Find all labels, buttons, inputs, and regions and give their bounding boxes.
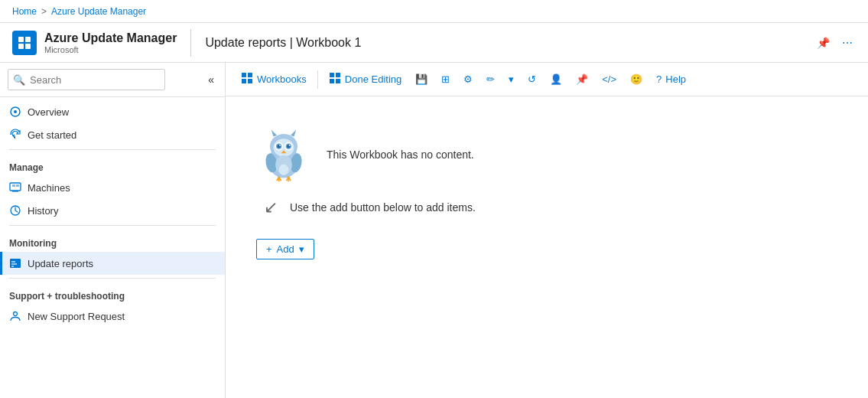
update-reports-icon — [9, 257, 21, 269]
svg-rect-22 — [330, 79, 334, 83]
app-icon — [12, 31, 37, 55]
search-input[interactable] — [8, 69, 165, 90]
owl-illustration — [256, 127, 311, 182]
history-label: History — [28, 205, 58, 217]
svg-point-32 — [279, 145, 281, 146]
sidebar-item-update-reports[interactable]: Update reports — [0, 252, 225, 275]
content-area: Workbooks Done Editing 💾 ⊞ — [226, 63, 868, 398]
svg-point-36 — [289, 145, 291, 146]
monitoring-divider — [9, 225, 216, 226]
header-divider — [190, 29, 191, 57]
collapse-button[interactable]: « — [205, 72, 217, 87]
support-section: Support + troubleshooting — [0, 282, 225, 305]
workbooks-icon — [241, 72, 253, 86]
svg-rect-7 — [12, 184, 15, 187]
help-label: Help — [665, 73, 686, 85]
manage-divider — [9, 149, 216, 150]
dropdown-button[interactable]: ▾ — [502, 70, 520, 89]
clone-icon: ⊞ — [441, 73, 450, 85]
sidebar-item-new-support[interactable]: New Support Request — [0, 305, 225, 328]
search-wrapper: 🔍 — [8, 69, 200, 90]
pin-button[interactable]: 📌 — [814, 34, 833, 52]
empty-heading: This Workbook has no content. — [327, 148, 474, 161]
pin-toolbar-button[interactable]: 📌 — [570, 70, 594, 89]
code-button[interactable]: </> — [596, 70, 623, 89]
app-sub: Microsoft — [44, 45, 177, 54]
overview-icon — [9, 106, 21, 118]
main-layout: 🔍 « Overview — [0, 63, 868, 398]
app-name: Azure Update Manager — [44, 31, 177, 45]
svg-marker-27 — [291, 130, 296, 137]
svg-rect-18 — [242, 79, 246, 83]
svg-point-5 — [14, 110, 17, 113]
svg-rect-6 — [10, 183, 21, 191]
sidebar-item-machines[interactable]: Machines — [0, 176, 225, 199]
emoji-button[interactable]: 🙂 — [624, 70, 649, 89]
share-icon: 👤 — [550, 73, 562, 85]
svg-rect-17 — [248, 73, 252, 77]
svg-rect-8 — [16, 184, 19, 187]
done-editing-button[interactable]: Done Editing — [323, 68, 408, 90]
header-titles: Azure Update Manager Microsoft — [44, 31, 177, 54]
refresh-icon: ↺ — [528, 73, 536, 85]
svg-rect-16 — [242, 73, 246, 77]
add-button[interactable]: + Add ▾ — [256, 239, 314, 259]
toolbar-sep-1 — [317, 70, 318, 89]
svg-rect-20 — [330, 73, 334, 77]
new-support-label: New Support Request — [28, 311, 125, 322]
breadcrumb-service[interactable]: Azure Update Manager — [51, 6, 146, 17]
breadcrumb-sep: > — [41, 6, 47, 17]
done-editing-icon — [329, 72, 341, 86]
get-started-label: Get started — [28, 129, 76, 141]
empty-subtext: Use the add button below to add items. — [290, 201, 476, 214]
header-actions: 📌 ⋯ — [814, 34, 856, 52]
save-button[interactable]: 💾 — [409, 70, 434, 89]
help-icon: ? — [656, 73, 662, 85]
workbooks-button[interactable]: Workbooks — [235, 68, 313, 90]
settings-icon: ⚙ — [463, 73, 473, 85]
add-plus-icon: + — [266, 243, 272, 255]
sidebar-item-get-started[interactable]: Get started — [0, 123, 225, 146]
machines-label: Machines — [28, 182, 70, 194]
svg-point-15 — [14, 312, 18, 316]
breadcrumb: Home > Azure Update Manager — [0, 0, 868, 23]
breadcrumb-home[interactable]: Home — [12, 6, 37, 17]
svg-rect-21 — [336, 73, 340, 77]
help-button[interactable]: ? Help — [650, 70, 692, 89]
support-divider — [9, 278, 216, 279]
code-icon: </> — [602, 73, 616, 85]
empty-state: This Workbook has no content. ↙ Use the … — [256, 127, 837, 259]
svg-rect-3 — [25, 44, 31, 49]
machines-icon — [9, 181, 21, 194]
toolbar: Workbooks Done Editing 💾 ⊞ — [226, 63, 868, 96]
svg-marker-26 — [271, 130, 277, 137]
sidebar-nav: Overview Get started Manage — [0, 97, 225, 398]
save-icon: 💾 — [415, 73, 427, 85]
svg-rect-23 — [336, 79, 340, 83]
svg-rect-19 — [248, 79, 252, 83]
manage-section: Manage — [0, 153, 225, 176]
refresh-button[interactable]: ↺ — [522, 70, 542, 89]
get-started-icon — [9, 129, 21, 141]
overview-label: Overview — [28, 106, 69, 118]
sidebar-item-history[interactable]: History — [0, 199, 225, 222]
done-editing-label: Done Editing — [345, 73, 401, 85]
edit-button[interactable]: ✏ — [480, 70, 501, 89]
arrow-row: ↙ Use the add button below to add items. — [264, 197, 476, 217]
add-row: + Add ▾ — [256, 239, 314, 259]
sidebar-item-overview[interactable]: Overview — [0, 100, 225, 123]
workbook-path: Update reports | Workbook 1 — [205, 36, 361, 50]
pin-toolbar-icon: 📌 — [576, 73, 588, 85]
more-button[interactable]: ⋯ — [839, 34, 856, 52]
monitoring-section: Monitoring — [0, 229, 225, 252]
svg-rect-2 — [18, 44, 24, 49]
svg-rect-0 — [18, 37, 24, 42]
sidebar-search-row: 🔍 « — [0, 63, 225, 97]
add-dropdown-icon: ▾ — [299, 243, 304, 255]
support-icon — [9, 310, 21, 322]
dropdown-icon: ▾ — [509, 73, 514, 85]
arrow-down-icon: ↙ — [264, 197, 278, 217]
clone-button[interactable]: ⊞ — [435, 70, 456, 89]
share-button[interactable]: 👤 — [544, 70, 568, 89]
settings-button[interactable]: ⚙ — [457, 70, 479, 89]
